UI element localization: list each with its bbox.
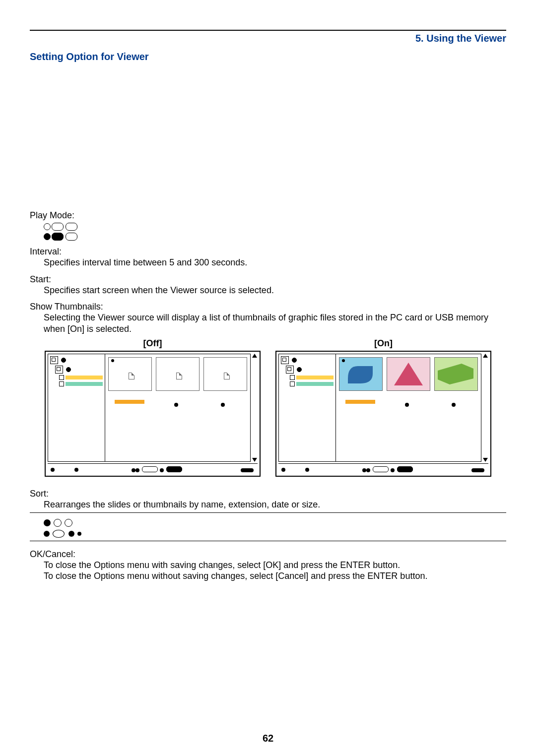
chapter-heading: 5. Using the Viewer: [30, 33, 506, 44]
start-term: Start:: [30, 274, 506, 285]
file-tile: [203, 357, 247, 391]
play-mode-option-manual: [44, 222, 506, 231]
figure-off-panel: [45, 351, 261, 477]
thumbnail: [387, 357, 430, 391]
svg-marker-0: [394, 363, 423, 385]
figure-off-statusbar: [48, 463, 258, 474]
figure-off-label: [Off]: [45, 338, 261, 349]
figure-on-content: [336, 354, 481, 461]
file-tile: [108, 357, 152, 391]
figure-off-sidebar: [48, 354, 105, 461]
figure-on-sidebar: [279, 354, 336, 461]
ok-cancel-line2: To close the Options menu without saving…: [44, 570, 506, 582]
sort-desc: Rearranges the slides or thumbnails by n…: [44, 499, 506, 510]
svg-marker-1: [438, 364, 473, 384]
interval-desc: Specifies interval time between 5 and 30…: [44, 257, 506, 268]
play-mode-option-auto: [44, 232, 506, 241]
ok-cancel-term: OK/Cancel:: [30, 549, 506, 560]
file-tile: [156, 357, 200, 391]
show-thumbnails-term: Show Thumbnails:: [30, 302, 506, 312]
figure-on-panel: [275, 351, 491, 477]
play-mode-term: Play Mode:: [30, 210, 506, 221]
start-desc: Specifies start screen when the Viewer s…: [44, 285, 506, 296]
scrollbar[interactable]: [252, 354, 258, 462]
figure-on-statusbar: [278, 463, 488, 474]
show-thumbnails-desc: Selecting the Viewer source will display…: [44, 312, 506, 334]
interval-term: Interval:: [30, 247, 506, 257]
ok-cancel-line1: To close the Options menu with saving ch…: [44, 560, 506, 571]
figure-placeholder: [30, 65, 506, 204]
scrollbar[interactable]: [482, 354, 488, 462]
thumbnail: [339, 357, 383, 391]
page-number: 62: [0, 733, 536, 744]
thumbnail: [434, 357, 478, 391]
note-block: [30, 512, 506, 541]
sort-term: Sort:: [30, 489, 506, 499]
figure-on-label: [On]: [275, 338, 491, 349]
figure-off-content: [105, 354, 250, 461]
section-title: Setting Option for Viewer: [30, 51, 506, 63]
